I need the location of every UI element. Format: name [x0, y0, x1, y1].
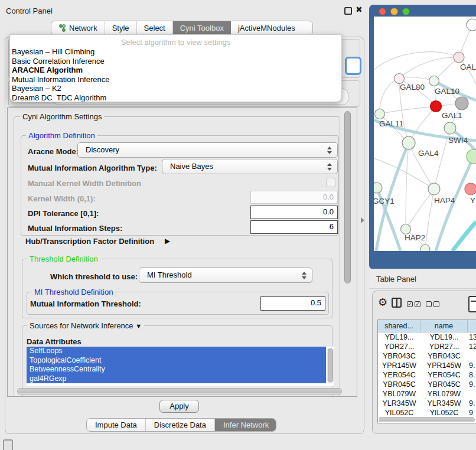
- select-all-icon[interactable]: ✓✓: [407, 301, 420, 307]
- gear-icon[interactable]: ⚙: [378, 297, 387, 308]
- tab-network[interactable]: Network: [51, 21, 105, 35]
- mi-steps-field[interactable]: 6: [250, 220, 338, 234]
- network-node-gal4[interactable]: [402, 136, 415, 149]
- deselect-all-icon[interactable]: [426, 301, 439, 307]
- network-edge-highlight: [452, 222, 476, 251]
- dpi-tolerance-label: DPI Tolerance [0,1]:: [28, 209, 99, 218]
- dropdown-item[interactable]: Bayesian – Hill Climbing: [10, 47, 341, 57]
- kernel-width-field[interactable]: 0.0: [250, 191, 338, 204]
- table-row[interactable]: YBR043CYBR043C: [378, 351, 476, 361]
- column-header[interactable]: [468, 320, 476, 332]
- network-node-gcy1[interactable]: [374, 182, 382, 193]
- table-panel-title: Table Panel: [376, 275, 416, 283]
- attribute-item-selected[interactable]: BetweennessCentrality: [27, 365, 326, 374]
- collapse-down-icon[interactable]: ▼: [135, 322, 142, 330]
- float-window-icon[interactable]: [344, 7, 352, 15]
- network-node[interactable]: [465, 183, 476, 195]
- dropdown-placeholder: Select algorithm to view settings: [10, 35, 341, 47]
- network-node-gal10[interactable]: [429, 76, 439, 86]
- sources-title: Sources for Network Inference ▼: [27, 321, 144, 330]
- tab-cyni-toolbox[interactable]: Cyni Toolbox: [173, 21, 231, 35]
- dpi-tolerance-field[interactable]: 0.0: [250, 206, 338, 219]
- mi-type-combo[interactable]: Naive Bayes: [162, 159, 338, 174]
- network-icon: [58, 24, 66, 32]
- network-node-hap4[interactable]: [428, 183, 440, 195]
- dropdown-item[interactable]: Bayesian – K2: [10, 84, 341, 93]
- tab-select[interactable]: Select: [137, 21, 173, 35]
- hub-section-label: Hub/Transcription Factor Definition: [25, 237, 154, 246]
- svg-text:Y: Y: [470, 196, 475, 205]
- tab-style[interactable]: Style: [105, 21, 137, 35]
- table-row[interactable]: YDL19...YDL19...13: [378, 332, 476, 342]
- tab-impute-data[interactable]: Impute Data: [87, 419, 146, 431]
- which-threshold-combo[interactable]: MI Threshold: [139, 268, 312, 283]
- table-row[interactable]: YDR27...YDR27...12: [378, 342, 476, 351]
- new-table-icon[interactable]: [468, 296, 476, 312]
- network-node-swi4[interactable]: [444, 122, 456, 134]
- expand-right-icon[interactable]: ▶: [165, 237, 170, 245]
- combo-spinner-icon: [327, 163, 332, 171]
- algorithm-combo-focused-end[interactable]: [345, 57, 361, 75]
- table-row[interactable]: YLR345WYLR345W9.: [378, 399, 476, 408]
- table-row[interactable]: YPR145WYPR145W9.: [378, 361, 476, 370]
- table-panel: ⚙ ✓✓ shared... name YDL19...YDL19...13 Y…: [372, 291, 476, 434]
- close-traffic-light[interactable]: [379, 8, 386, 15]
- table-row[interactable]: YER054CYER054C8.: [378, 370, 476, 380]
- threshold-definition-title: Threshold Definition: [27, 255, 100, 263]
- tab-infer-network[interactable]: Infer Network: [215, 419, 276, 431]
- aracne-mode-combo[interactable]: Discovery: [77, 142, 338, 158]
- tab-discretize-data[interactable]: Discretize Data: [146, 419, 215, 431]
- which-threshold-label: Which threshold to use:: [50, 272, 138, 281]
- dropdown-item[interactable]: Mutual Information Inference: [10, 75, 341, 84]
- data-attributes-list[interactable]: SelfLoops TopologicalCoefficient Between…: [27, 347, 334, 386]
- network-node-gal80[interactable]: [395, 74, 405, 84]
- tab-jactivemnodules[interactable]: jActiveMNodules: [231, 21, 302, 35]
- dropdown-item-selected[interactable]: ARACNE Algorithm: [10, 66, 341, 75]
- combo-spinner-icon: [301, 272, 307, 279]
- network-node-gal1-selected[interactable]: [431, 101, 442, 112]
- svg-text:HAP4: HAP4: [434, 196, 455, 205]
- minimized-panel-icon[interactable]: [3, 439, 13, 450]
- network-node[interactable]: [420, 244, 430, 251]
- algorithm-definition-title: Algorithm Definition: [26, 131, 97, 140]
- table-row[interactable]: YIL052CYIL052C9: [378, 408, 476, 418]
- vertical-scrollbar-thumb[interactable]: [344, 111, 351, 283]
- close-icon[interactable]: ✖: [356, 5, 363, 14]
- network-node-hap2[interactable]: [401, 224, 411, 234]
- network-node[interactable]: [467, 19, 476, 31]
- network-canvas[interactable]: GAL GAL80 GAL10 GAL1 GAL11 SWI4 GAL4 GCY…: [374, 17, 476, 251]
- network-node[interactable]: [454, 52, 464, 63]
- aracne-mode-label: Aracne Mode:: [28, 147, 79, 156]
- attribute-item-selected[interactable]: SelfLoops: [27, 347, 326, 356]
- splitter-handle-icon[interactable]: [361, 217, 364, 223]
- minimize-traffic-light[interactable]: [390, 8, 398, 15]
- apply-button[interactable]: Apply: [159, 400, 199, 413]
- manual-kernel-checkbox[interactable]: [326, 178, 335, 187]
- network-node[interactable]: [467, 149, 476, 164]
- dropdown-item[interactable]: Dream8 DC_TDC Algorithm: [10, 93, 341, 102]
- mi-threshold-field[interactable]: 0.5: [260, 296, 325, 311]
- list-scrollbar[interactable]: [327, 348, 334, 383]
- attribute-item-selected[interactable]: gal4RGexp: [27, 374, 326, 384]
- columns-icon[interactable]: [392, 298, 402, 308]
- dropdown-item[interactable]: Basic Correlation Inference: [10, 57, 341, 66]
- network-view-window: GAL GAL80 GAL10 GAL1 GAL11 SWI4 GAL4 GCY…: [369, 5, 476, 269]
- network-node-gal11[interactable]: [375, 109, 385, 119]
- network-node-labels: GAL GAL80 GAL10 GAL1 GAL11 SWI4 GAL4 GCY…: [374, 63, 476, 242]
- horizontal-scrollbar[interactable]: [17, 388, 342, 394]
- table-panel-titlebar: Table Panel: [369, 269, 476, 289]
- mi-steps-label: Mutual Information Steps:: [28, 224, 122, 233]
- kernel-width-label: Kernel Width (0,1):: [28, 194, 96, 203]
- column-header[interactable]: shared...: [378, 320, 420, 332]
- network-node[interactable]: [455, 97, 468, 110]
- table-row[interactable]: YBL079WYBL079W: [378, 389, 476, 399]
- table-header-row: shared... name: [378, 320, 476, 332]
- table-row[interactable]: YBR045CYBR045C9.: [378, 380, 476, 389]
- attribute-item-selected[interactable]: TopologicalCoefficient: [27, 356, 326, 366]
- svg-text:GAL4: GAL4: [418, 149, 439, 158]
- table-horizontal-scrollbar[interactable]: [379, 417, 475, 422]
- column-header[interactable]: name: [420, 320, 468, 332]
- zoom-traffic-light[interactable]: [402, 8, 410, 15]
- data-attributes-label: Data Attributes: [27, 337, 81, 346]
- svg-text:GAL80: GAL80: [400, 83, 425, 92]
